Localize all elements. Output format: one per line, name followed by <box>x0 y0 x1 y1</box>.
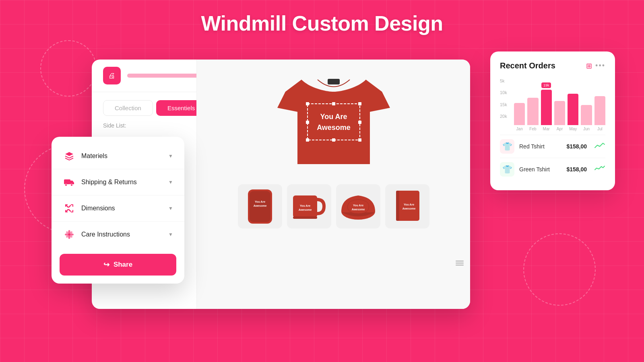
materiels-label: Materiels <box>81 152 163 160</box>
logo-icon: 🖨 <box>108 72 116 80</box>
order-red-price: $158,00 <box>566 143 587 150</box>
y-label-10k: 10k <box>500 90 512 95</box>
phone-case-svg: You Are Awesome <box>244 187 276 226</box>
x-apr: Apr <box>554 127 565 131</box>
order-red-thumb: 👕 <box>500 139 514 154</box>
svg-point-29 <box>71 184 73 186</box>
hamburger-menu[interactable] <box>452 257 467 269</box>
care-icon <box>63 228 76 241</box>
svg-text:You Are: You Are <box>300 204 310 207</box>
order-green-name: Green Tshirt <box>519 166 561 173</box>
bar-jan-fill <box>514 103 525 125</box>
bar-chart: 20k 15k 10k 5k 19k <box>500 78 605 127</box>
x-mar: Mar <box>541 127 552 131</box>
accordion-dimensions[interactable]: Dimensions ▼ <box>52 195 184 222</box>
orders-grid-icon[interactable]: ⊞ <box>586 62 592 70</box>
shipping-icon <box>63 176 76 189</box>
bar-jun <box>581 105 592 125</box>
bar-may-fill <box>568 94 578 125</box>
ham-line-3 <box>456 265 464 265</box>
order-green-thumb: 👕 <box>500 162 514 177</box>
svg-rect-4 <box>358 102 361 105</box>
order-red-trend <box>594 142 605 151</box>
ham-line-1 <box>456 261 464 261</box>
tab-collection[interactable]: Collection <box>103 100 153 116</box>
svg-rect-24 <box>396 191 399 221</box>
orders-header: Recent Orders ⊞ ••• <box>500 61 605 70</box>
chart-y-labels: 20k 15k 10k 5k <box>500 78 512 119</box>
accordion-care[interactable]: Care Instructions ▼ <box>52 222 184 247</box>
bar-mar: 19k <box>541 82 552 125</box>
materiels-icon <box>63 150 76 162</box>
bar-feb-fill <box>527 98 538 125</box>
bar-jul-fill <box>594 96 605 125</box>
chart-bars-area: 19k <box>514 78 605 127</box>
editor-canvas: You Are Awesome You Are Awesome <box>196 60 470 309</box>
order-item-red[interactable]: 👕 Red Tshirt $158,00 <box>500 135 605 158</box>
x-jul: Jul <box>594 127 605 131</box>
tshirt-container: You Are Awesome <box>269 72 398 178</box>
flower-icon <box>64 230 74 239</box>
order-red-name: Red Tshirt <box>519 143 561 150</box>
svg-rect-5 <box>306 121 309 124</box>
thumb-phone-case[interactable]: You Are Awesome <box>238 184 282 228</box>
thumb-cap[interactable]: You Are Awesome <box>336 184 380 228</box>
orders-actions: ⊞ ••• <box>586 62 605 70</box>
logo-box: 🖨 <box>103 67 121 84</box>
svg-text:Awesome: Awesome <box>299 208 312 211</box>
side-panel: Materiels ▼ Shipping & Returns ▼ Dimensi… <box>52 137 184 284</box>
dimensions-icon <box>63 202 76 215</box>
cap-svg: You Are Awesome <box>338 187 378 226</box>
svg-text:You Are: You Are <box>404 203 414 206</box>
page-title: Windmill Custom Design <box>201 11 443 35</box>
thumbnails-row: You Are Awesome You Are Awesome <box>238 184 429 228</box>
orders-more-icon[interactable]: ••• <box>595 62 605 70</box>
x-may: May <box>568 127 578 131</box>
truck-icon <box>64 178 74 186</box>
notebook-svg: You Are Awesome <box>390 187 424 226</box>
bar-mar-tooltip: 19k <box>541 82 551 88</box>
accordion-shipping[interactable]: Shipping & Returns ▼ <box>52 169 184 195</box>
order-green-trend <box>594 165 605 174</box>
svg-rect-3 <box>332 102 335 105</box>
svg-rect-2 <box>306 102 309 105</box>
svg-text:Awesome: Awesome <box>317 123 351 132</box>
share-label: Share <box>114 261 132 269</box>
thumb-mug[interactable]: You Are Awesome <box>287 184 331 228</box>
care-arrow: ▼ <box>168 232 173 237</box>
care-label: Care Instructions <box>81 231 163 238</box>
y-label-5k: 5k <box>500 78 512 83</box>
bar-jun-fill <box>581 105 592 125</box>
svg-rect-17 <box>293 216 317 219</box>
share-button[interactable]: ↪ Share <box>60 254 176 276</box>
y-label-20k: 20k <box>500 114 512 119</box>
materiels-arrow: ▼ <box>168 153 173 159</box>
x-jun: Jun <box>581 127 592 131</box>
bars-row: 19k <box>514 78 605 127</box>
share-icon: ↪ <box>103 260 109 269</box>
svg-text:You Are: You Are <box>353 204 363 207</box>
order-green-price: $158,00 <box>566 166 587 173</box>
layers-icon <box>64 151 74 161</box>
thumb-notebook[interactable]: You Are Awesome <box>385 184 429 228</box>
x-jan: Jan <box>514 127 525 131</box>
svg-rect-0 <box>328 79 340 84</box>
order-item-green[interactable]: 👕 Green Tshirt $158,00 <box>500 158 605 181</box>
deco-circle-3 <box>40 40 97 97</box>
svg-text:You Are: You Are <box>254 200 265 203</box>
bar-may <box>568 94 578 125</box>
deco-circle-2 <box>523 233 596 306</box>
svg-rect-6 <box>358 121 361 124</box>
bar-feb <box>527 98 538 125</box>
svg-rect-9 <box>358 138 361 142</box>
svg-text:Awesome: Awesome <box>253 204 266 207</box>
tshirt-svg: You Are Awesome <box>269 72 398 176</box>
orders-title: Recent Orders <box>500 61 555 70</box>
bar-jul <box>594 96 605 125</box>
bar-jan <box>514 103 525 125</box>
y-label-15k: 15k <box>500 102 512 107</box>
accordion-materiels[interactable]: Materiels ▼ <box>52 143 184 169</box>
mug-svg: You Are Awesome <box>290 187 328 226</box>
expand-icon <box>64 204 74 213</box>
svg-text:Awesome: Awesome <box>402 207 416 210</box>
